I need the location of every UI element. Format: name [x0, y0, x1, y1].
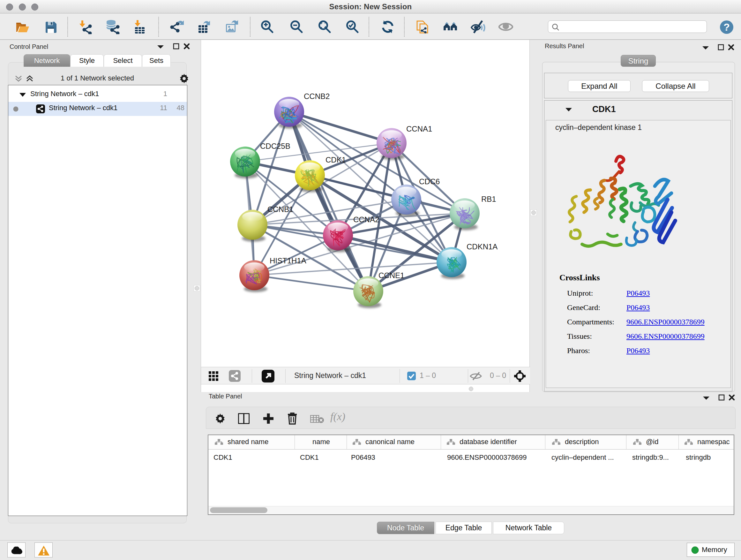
svg-text:CCNB1: CCNB1 [267, 205, 293, 213]
svg-text:CDKN1A: CDKN1A [467, 242, 497, 251]
svg-text:CCNA1: CCNA1 [406, 125, 432, 133]
svg-text:CDK1: CDK1 [326, 155, 346, 164]
svg-text:?: ? [724, 21, 730, 33]
svg-text:CDC25B: CDC25B [260, 142, 290, 150]
svg-text:HIST1H1A: HIST1H1A [270, 256, 307, 265]
svg-text:CCNA2: CCNA2 [353, 215, 379, 224]
svg-text:CCNB2: CCNB2 [304, 92, 330, 101]
svg-text:CDC6: CDC6 [419, 177, 440, 186]
svg-text:RB1: RB1 [481, 195, 496, 203]
svg-text:CCNE1: CCNE1 [379, 271, 404, 280]
